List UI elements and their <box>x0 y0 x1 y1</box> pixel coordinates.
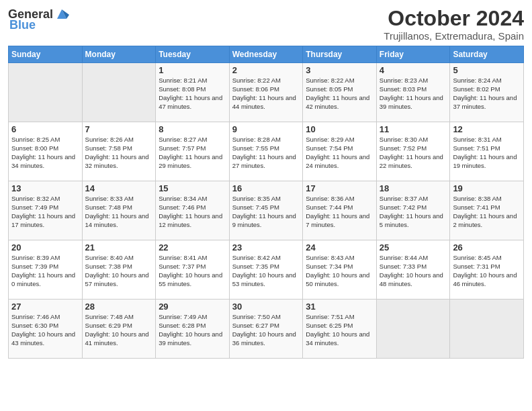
cell-info: Sunrise: 8:40 AM Sunset: 7:38 PM Dayligh… <box>85 254 153 288</box>
cell-info: Sunrise: 8:39 AM Sunset: 7:39 PM Dayligh… <box>11 254 79 288</box>
cell-2-6: 11Sunrise: 8:30 AM Sunset: 7:52 PM Dayli… <box>376 122 450 181</box>
day-number: 15 <box>159 183 226 193</box>
day-number: 19 <box>453 183 521 193</box>
cell-1-5: 3Sunrise: 8:22 AM Sunset: 8:05 PM Daylig… <box>303 63 377 122</box>
cell-info: Sunrise: 8:21 AM Sunset: 8:08 PM Dayligh… <box>159 77 226 111</box>
week-row-2: 6Sunrise: 8:25 AM Sunset: 8:00 PM Daylig… <box>9 122 524 181</box>
col-friday: Friday <box>376 46 450 63</box>
cell-info: Sunrise: 8:31 AM Sunset: 7:51 PM Dayligh… <box>453 136 521 170</box>
day-number: 12 <box>453 124 521 134</box>
cell-4-6: 25Sunrise: 8:44 AM Sunset: 7:33 PM Dayli… <box>376 240 450 300</box>
day-number: 14 <box>85 183 153 193</box>
day-number: 4 <box>380 65 447 75</box>
cell-info: Sunrise: 8:35 AM Sunset: 7:45 PM Dayligh… <box>232 195 300 229</box>
cell-4-5: 24Sunrise: 8:43 AM Sunset: 7:34 PM Dayli… <box>303 240 377 300</box>
cell-info: Sunrise: 8:23 AM Sunset: 8:03 PM Dayligh… <box>380 77 447 111</box>
cell-info: Sunrise: 8:26 AM Sunset: 7:58 PM Dayligh… <box>85 136 153 170</box>
cell-info: Sunrise: 8:41 AM Sunset: 7:37 PM Dayligh… <box>159 254 226 288</box>
day-number: 2 <box>232 65 300 75</box>
cell-3-3: 15Sunrise: 8:34 AM Sunset: 7:46 PM Dayli… <box>156 181 230 240</box>
cell-4-1: 20Sunrise: 8:39 AM Sunset: 7:39 PM Dayli… <box>9 240 83 300</box>
cell-info: Sunrise: 8:34 AM Sunset: 7:46 PM Dayligh… <box>159 195 226 229</box>
cell-info: Sunrise: 8:22 AM Sunset: 8:05 PM Dayligh… <box>306 77 373 111</box>
cell-2-2: 7Sunrise: 8:26 AM Sunset: 7:58 PM Daylig… <box>82 122 156 181</box>
cell-2-7: 12Sunrise: 8:31 AM Sunset: 7:51 PM Dayli… <box>450 122 524 181</box>
cell-info: Sunrise: 7:48 AM Sunset: 6:29 PM Dayligh… <box>85 313 153 347</box>
cell-1-4: 2Sunrise: 8:22 AM Sunset: 8:06 PM Daylig… <box>229 63 303 122</box>
col-monday: Monday <box>82 46 156 63</box>
day-number: 28 <box>85 302 153 312</box>
cell-info: Sunrise: 8:43 AM Sunset: 7:34 PM Dayligh… <box>306 254 373 288</box>
cell-2-3: 8Sunrise: 8:27 AM Sunset: 7:57 PM Daylig… <box>156 122 230 181</box>
cell-1-1 <box>9 63 83 122</box>
cell-info: Sunrise: 8:44 AM Sunset: 7:33 PM Dayligh… <box>380 254 447 288</box>
col-saturday: Saturday <box>450 46 524 63</box>
day-number: 6 <box>11 124 79 134</box>
day-number: 22 <box>159 242 226 253</box>
cell-4-3: 22Sunrise: 8:41 AM Sunset: 7:37 PM Dayli… <box>156 240 230 300</box>
header-row: Sunday Monday Tuesday Wednesday Thursday… <box>9 46 524 63</box>
cell-3-1: 13Sunrise: 8:32 AM Sunset: 7:49 PM Dayli… <box>9 181 83 240</box>
cell-info: Sunrise: 8:27 AM Sunset: 7:57 PM Dayligh… <box>159 136 226 170</box>
day-number: 17 <box>306 183 373 193</box>
col-thursday: Thursday <box>303 46 377 63</box>
day-number: 23 <box>232 242 300 253</box>
cell-info: Sunrise: 8:45 AM Sunset: 7:31 PM Dayligh… <box>453 254 521 288</box>
day-number: 9 <box>232 124 300 134</box>
cell-info: Sunrise: 8:33 AM Sunset: 7:48 PM Dayligh… <box>85 195 153 229</box>
cell-4-2: 21Sunrise: 8:40 AM Sunset: 7:38 PM Dayli… <box>82 240 156 300</box>
cell-3-7: 19Sunrise: 8:38 AM Sunset: 7:41 PM Dayli… <box>450 181 524 240</box>
cell-3-6: 18Sunrise: 8:37 AM Sunset: 7:42 PM Dayli… <box>376 181 450 240</box>
cell-2-1: 6Sunrise: 8:25 AM Sunset: 8:00 PM Daylig… <box>9 122 83 181</box>
cell-info: Sunrise: 8:42 AM Sunset: 7:35 PM Dayligh… <box>232 254 300 288</box>
header: General Blue October 2024 Trujillanos, E… <box>8 7 524 42</box>
cell-1-7: 5Sunrise: 8:24 AM Sunset: 8:02 PM Daylig… <box>450 63 524 122</box>
day-number: 5 <box>453 65 521 75</box>
cell-5-7 <box>450 300 524 359</box>
day-number: 11 <box>380 124 447 134</box>
location-title: Trujillanos, Extremadura, Spain <box>384 30 524 42</box>
day-number: 16 <box>232 183 300 193</box>
day-number: 3 <box>306 65 373 75</box>
cell-5-6 <box>376 300 450 359</box>
day-number: 8 <box>159 124 226 134</box>
cell-2-4: 9Sunrise: 8:28 AM Sunset: 7:55 PM Daylig… <box>229 122 303 181</box>
cell-info: Sunrise: 8:37 AM Sunset: 7:42 PM Dayligh… <box>380 195 447 229</box>
cell-info: Sunrise: 8:24 AM Sunset: 8:02 PM Dayligh… <box>453 77 521 111</box>
cell-2-5: 10Sunrise: 8:29 AM Sunset: 7:54 PM Dayli… <box>303 122 377 181</box>
cell-1-3: 1Sunrise: 8:21 AM Sunset: 8:08 PM Daylig… <box>156 63 230 122</box>
page-container: General Blue October 2024 Trujillanos, E… <box>0 0 532 364</box>
cell-1-6: 4Sunrise: 8:23 AM Sunset: 8:03 PM Daylig… <box>376 63 450 122</box>
day-number: 29 <box>159 302 226 312</box>
cell-3-2: 14Sunrise: 8:33 AM Sunset: 7:48 PM Dayli… <box>82 181 156 240</box>
cell-info: Sunrise: 7:51 AM Sunset: 6:25 PM Dayligh… <box>306 313 373 347</box>
cell-1-2 <box>82 63 156 122</box>
day-number: 10 <box>306 124 373 134</box>
logo: General Blue <box>8 7 69 31</box>
calendar-table: Sunday Monday Tuesday Wednesday Thursday… <box>8 46 524 359</box>
month-title: October 2024 <box>384 7 524 30</box>
title-block: October 2024 Trujillanos, Extremadura, S… <box>384 7 524 42</box>
day-number: 7 <box>85 124 153 134</box>
week-row-4: 20Sunrise: 8:39 AM Sunset: 7:39 PM Dayli… <box>9 240 524 300</box>
day-number: 13 <box>11 183 79 193</box>
logo-icon <box>54 7 69 21</box>
cell-info: Sunrise: 8:25 AM Sunset: 8:00 PM Dayligh… <box>11 136 79 170</box>
cell-4-4: 23Sunrise: 8:42 AM Sunset: 7:35 PM Dayli… <box>229 240 303 300</box>
day-number: 25 <box>380 242 447 253</box>
day-number: 1 <box>159 65 226 75</box>
cell-3-5: 17Sunrise: 8:36 AM Sunset: 7:44 PM Dayli… <box>303 181 377 240</box>
cell-5-3: 29Sunrise: 7:49 AM Sunset: 6:28 PM Dayli… <box>156 300 230 359</box>
cell-info: Sunrise: 7:50 AM Sunset: 6:27 PM Dayligh… <box>232 313 300 347</box>
cell-info: Sunrise: 8:28 AM Sunset: 7:55 PM Dayligh… <box>232 136 300 170</box>
cell-info: Sunrise: 8:22 AM Sunset: 8:06 PM Dayligh… <box>232 77 300 111</box>
day-number: 24 <box>306 242 373 253</box>
week-row-3: 13Sunrise: 8:32 AM Sunset: 7:49 PM Dayli… <box>9 181 524 240</box>
cell-5-5: 31Sunrise: 7:51 AM Sunset: 6:25 PM Dayli… <box>303 300 377 359</box>
logo-text-blue: Blue <box>9 19 36 31</box>
cell-5-1: 27Sunrise: 7:46 AM Sunset: 6:30 PM Dayli… <box>9 300 83 359</box>
day-number: 26 <box>453 242 521 253</box>
cell-info: Sunrise: 8:29 AM Sunset: 7:54 PM Dayligh… <box>306 136 373 170</box>
cell-info: Sunrise: 8:36 AM Sunset: 7:44 PM Dayligh… <box>306 195 373 229</box>
col-sunday: Sunday <box>9 46 83 63</box>
